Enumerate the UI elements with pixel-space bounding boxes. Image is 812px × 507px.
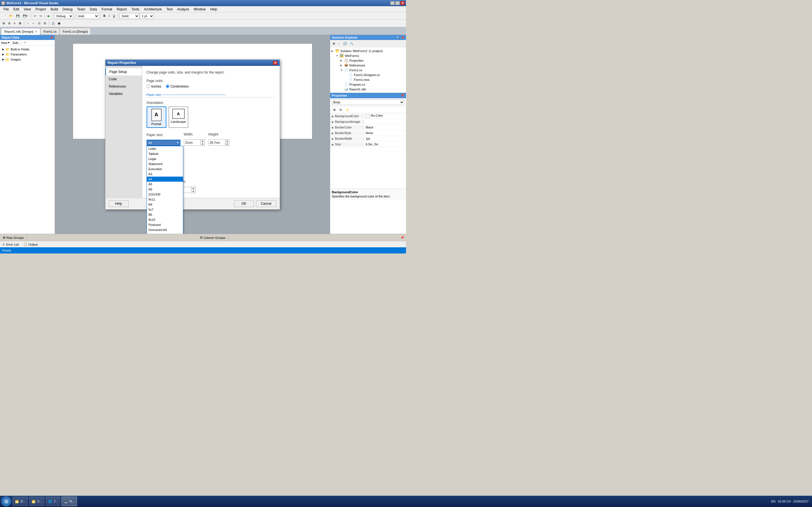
portrait-button[interactable]: A Portrait: [147, 107, 166, 128]
menu-file[interactable]: File: [1, 7, 11, 12]
border-width-combo[interactable]: 1 pt: [140, 13, 154, 19]
bottom-down-btn[interactable]: ▼: [192, 190, 195, 193]
report-btn-6[interactable]: ↔: [31, 21, 36, 25]
bold-btn[interactable]: B: [102, 13, 107, 18]
ok-button[interactable]: OK: [234, 200, 254, 207]
report-btn-4[interactable]: ⊠: [17, 21, 22, 25]
maximize-button[interactable]: □: [395, 1, 400, 5]
column-groups-tab[interactable]: ⊟ Column Groups: [197, 234, 229, 241]
prop-value-bg-image[interactable]: [364, 121, 406, 122]
report-btn-3[interactable]: ≡: [12, 21, 17, 25]
new-project-btn[interactable]: 📄: [1, 13, 7, 18]
paper-size-dropdown[interactable]: Letter Tabloid Legal Statement Executive…: [147, 146, 183, 234]
sol-btn-2[interactable]: ↑: [337, 41, 341, 46]
props-category-btn[interactable]: ⊞: [332, 107, 337, 112]
width-input[interactable]: [184, 139, 201, 146]
dialog-nav-variables[interactable]: Variables: [105, 90, 142, 98]
tab-form1-design[interactable]: Form1.cs [Design]: [59, 28, 91, 35]
border-style-combo[interactable]: Solid: [119, 13, 139, 19]
minimize-button[interactable]: —: [390, 1, 395, 5]
output-tab[interactable]: 📋 Output: [23, 242, 38, 246]
save-all-btn[interactable]: 💾+: [21, 13, 29, 18]
help-button[interactable]: Help: [109, 200, 129, 207]
centimeters-radio-option[interactable]: Centimeters: [166, 84, 189, 89]
paper-option-letter[interactable]: Letter: [147, 146, 183, 151]
search-icon[interactable]: 🔍: [396, 36, 400, 39]
row-groups-tab[interactable]: ⊞ Row Groups: [0, 234, 27, 241]
tab-close-report[interactable]: ✕: [35, 30, 37, 33]
sol-references[interactable]: ▶ 📦 References: [331, 63, 405, 68]
error-list-tab[interactable]: ⚠ Error List: [2, 242, 19, 246]
pin-icon[interactable]: 📌: [401, 36, 404, 39]
report-btn-7[interactable]: ⊡: [37, 21, 42, 25]
dialog-nav-references[interactable]: References: [105, 83, 142, 90]
play-btn[interactable]: ▶: [46, 13, 51, 18]
menu-architecture[interactable]: Architecture: [142, 7, 164, 12]
dialog-nav-page-setup[interactable]: Page Setup: [105, 68, 142, 75]
prop-value-bg-color[interactable]: No Color: [364, 113, 406, 118]
panel-pin-icon[interactable]: 📌: [50, 36, 53, 39]
paper-option-statement[interactable]: Statement: [147, 161, 183, 166]
menu-debug[interactable]: Debug: [60, 7, 75, 12]
open-btn[interactable]: 📂: [8, 13, 14, 18]
menu-team[interactable]: Team: [75, 7, 87, 12]
dialog-nav-code[interactable]: Code: [105, 75, 142, 83]
bottom-bar-pin[interactable]: 📌: [399, 236, 406, 239]
width-down-btn[interactable]: ▼: [201, 143, 205, 146]
paper-option-a4[interactable]: A4: [147, 177, 183, 182]
paper-option-tabloid[interactable]: Tabloid: [147, 151, 183, 156]
menu-test[interactable]: Test: [164, 7, 175, 12]
tree-images[interactable]: ▶ 📁 Images: [1, 57, 54, 62]
prop-value-border-width[interactable]: 1pt: [364, 136, 406, 141]
underline-btn[interactable]: U: [112, 13, 116, 18]
menu-data[interactable]: Data: [88, 7, 99, 12]
props-pin-icon[interactable]: 📌: [400, 94, 404, 98]
edit-btn[interactable]: Edit...: [13, 41, 20, 45]
paper-option-executive[interactable]: Executive: [147, 166, 183, 172]
paper-option-a3[interactable]: A3: [147, 172, 183, 177]
undo-btn[interactable]: ↩: [33, 13, 38, 18]
width-up-btn[interactable]: ▲: [201, 139, 205, 143]
sol-properties[interactable]: ▶ 📋 Properties: [331, 58, 405, 63]
paper-option-legal[interactable]: Legal: [147, 156, 183, 161]
menu-build[interactable]: Build: [48, 7, 60, 12]
paper-option-215x330[interactable]: 215x330: [147, 192, 183, 197]
prop-value-size[interactable]: 6,5in, 2in: [364, 142, 406, 147]
props-alpha-btn[interactable]: ⊟: [338, 107, 343, 112]
solution-root[interactable]: ▶ 🗂️ Solution 'WinForm1' (1 project): [331, 48, 405, 53]
paper-option-custom[interactable]: Custom: [147, 232, 183, 234]
report-btn-1[interactable]: ⊞: [1, 21, 6, 25]
bottom-up-btn[interactable]: ▲: [192, 187, 195, 190]
menu-tools[interactable]: Tools: [129, 7, 142, 12]
font-combo[interactable]: bold: [77, 13, 99, 19]
italic-btn[interactable]: I: [107, 13, 111, 18]
tree-parameters[interactable]: ▶ 📁 Parameters: [1, 52, 54, 57]
sol-program-cs[interactable]: 📄 Program.cs: [331, 82, 405, 87]
prop-value-border-color[interactable]: Black: [364, 125, 406, 129]
prop-value-border-style[interactable]: None: [364, 131, 406, 135]
centimeters-radio[interactable]: [166, 84, 169, 88]
paper-option-b6[interactable]: B6: [147, 212, 183, 217]
props-events-btn[interactable]: ⚡: [344, 107, 350, 112]
redo-btn[interactable]: ↪: [38, 13, 43, 18]
paper-option-8x10[interactable]: 8x10: [147, 217, 183, 222]
sol-form1-designer[interactable]: 📄 Form1.Designer.cs: [331, 72, 405, 77]
cancel-button[interactable]: Cancel: [256, 200, 276, 207]
menu-help[interactable]: Help: [208, 7, 219, 12]
save-btn[interactable]: 💾: [15, 13, 21, 18]
sol-report1-rdlc[interactable]: 📊 Report1.rdlc: [331, 87, 405, 92]
height-up-btn[interactable]: ▲: [225, 139, 229, 143]
close-button[interactable]: ✕: [400, 1, 405, 5]
paper-size-select-box[interactable]: A4 ▾: [147, 140, 181, 146]
inches-radio-option[interactable]: Inches: [147, 84, 161, 89]
paper-option-a6[interactable]: A6: [147, 187, 183, 192]
height-input[interactable]: [208, 139, 225, 146]
dialog-close-button[interactable]: ✕: [273, 61, 277, 65]
paper-option-oversized-a4[interactable]: Oversized A4: [147, 227, 183, 232]
menu-report[interactable]: Report: [114, 7, 129, 12]
tree-built-in-fields[interactable]: ▶ 📁 Built-in Fields: [1, 47, 54, 52]
props-object-select[interactable]: Body: [332, 100, 404, 105]
new-dropdown-btn[interactable]: New ▾: [1, 41, 10, 45]
delete-btn[interactable]: ✕: [24, 41, 26, 45]
sol-form1-cs[interactable]: ▼ 📄 Form1.cs: [331, 68, 405, 72]
